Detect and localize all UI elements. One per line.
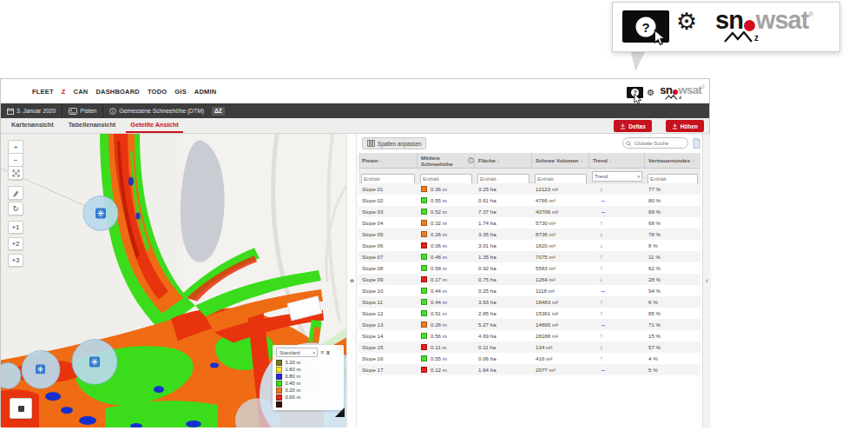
menu-item-z[interactable]: Z [62,88,66,96]
export-icon[interactable] [693,136,700,152]
menu-item-can[interactable]: CAN [74,88,89,96]
collapse-strip[interactable]: ‹ [702,134,711,427]
table-row[interactable]: Slope 13 0.28 m 5.27 ha 14895 m² → 71 % [358,319,700,330]
legend-item: 0.00 m [276,394,340,401]
column-header-vertrauensindex[interactable]: Vertrauensindex↕ [645,153,700,168]
trend-arrow-icon: ↑ [589,253,645,261]
table-row[interactable]: Slope 16 0.55 m 0.06 ha 416 m² ↑ 4 % [358,353,700,364]
depth-color-swatch [421,288,427,294]
cell-volume: 5730 m² [532,220,589,226]
tab-tabellenansicht[interactable]: Tabellenansicht [64,118,121,133]
cell-depth: 0.55 m [418,355,475,361]
cell-confidence: 71 % [645,321,700,328]
trend-arrow-icon: → [589,196,645,204]
column-header-schneehoehe[interactable]: Mittlere Schneehöhe? [418,153,475,168]
fit-extent-button[interactable] [8,166,23,180]
delta-z-button[interactable]: ΔZ [212,107,225,116]
depth-color-swatch [421,231,427,237]
cell-depth: 0.32 m [418,220,475,226]
hoehen-download-button[interactable]: Höhen [666,120,704,132]
rotate-button[interactable]: ↻ [8,202,23,215]
cell-confidence: 80 % [645,197,700,203]
pisten-selector[interactable]: Pisten [62,103,102,118]
view-tabbar: Kartenansicht Tabellenansicht Geteilte A… [1,118,709,134]
cell-confidence: 11 % [645,254,700,260]
menu-item-todo[interactable]: TODO [148,88,167,96]
legend-label: 3.20 m [286,360,301,365]
cell-confidence: 15 % [645,333,700,339]
split-divider[interactable]: ‹› [346,134,357,427]
column-help-icon[interactable]: ? [468,157,474,163]
cell-area: 0.06 ha [475,355,532,361]
cell-slope-name: Slope 06 [358,242,418,249]
cell-confidence: 6 % [645,299,700,305]
filter-trend-select[interactable]: Trend [592,171,642,182]
depth-color-swatch [421,310,427,316]
cell-confidence: 78 % [645,231,700,237]
legend-menu-icon[interactable]: ≡ [320,349,324,355]
global-search-input[interactable] [633,138,685,148]
table-row[interactable]: Slope 15 0.11 m 0.11 ha 134 m² ↓ 57 % [358,341,700,353]
legend-close-icon[interactable]: x [326,349,330,355]
layer-plus3-button[interactable]: +3 [8,254,23,267]
table-row[interactable]: Slope 08 0.58 m 0.92 ha 5583 m² ↑ 62 % [358,262,700,274]
logo-text-wsat: wsat [756,6,808,34]
table-row[interactable]: Slope 04 0.32 m 1.74 ha 5730 m² ↑ 68 % [358,217,700,229]
tab-kartenansicht[interactable]: Kartenansicht [7,118,58,133]
table-row[interactable]: Slope 07 0.48 m 1.35 ha 7075 m² ↑ 11 % [358,251,700,262]
date-selector[interactable]: 3. Januar 2020 [1,103,62,118]
trend-arrow-icon: → [589,208,645,215]
column-header-pisten[interactable]: Pisten↕ [358,153,418,168]
download-icon [620,123,626,129]
table-row[interactable]: Slope 17 0.12 m 1.64 ha 2077 m² → 5 % [358,364,700,375]
cell-slope-name: Slope 12 [358,310,418,316]
trend-arrow-icon: ↓ [589,275,645,283]
map-attribution-button[interactable] [10,398,32,419]
column-header-flaeche[interactable]: Fläche↕ [475,153,532,168]
column-header-volumen[interactable]: Schnee Volumen↕ [532,153,589,168]
legend-item [276,401,340,408]
map-resize-handle[interactable] [335,408,345,417]
table-row[interactable]: Slope 11 0.44 m 3.93 ha 18483 m² ↑ 6 % [358,296,700,308]
table-row[interactable]: Slope 03 0.52 m 7.37 ha 40706 m² → 69 % [358,206,700,217]
map-view[interactable]: + − ↻ +1 +2 +3 Standard ≡ [1,134,346,427]
column-header-trend[interactable]: Trend↕ [589,153,645,168]
draw-tool-button[interactable] [8,186,23,200]
menu-item-admin[interactable]: ADMIN [194,88,217,96]
legend-preset-select[interactable]: Standard [276,348,318,357]
menu-item-fleet[interactable]: FLEET [32,88,54,96]
depth-color-swatch [421,242,427,249]
gear-icon[interactable]: ⚙ [676,8,697,36]
table-row[interactable]: Slope 05 0.26 m 3.35 ha 8736 m² ↓ 78 % [358,229,700,240]
cell-depth: 0.11 m [418,344,475,350]
gear-icon[interactable]: ⚙ [647,88,654,97]
menu-item-gis[interactable]: GIS [174,88,187,96]
layer-plus1-button[interactable]: +1 [8,221,23,234]
tab-geteilte-ansicht[interactable]: Geteilte Ansicht [126,118,182,133]
table-row[interactable]: Slope 01 0.36 m 3.25 ha 12123 m² ↓ 77 % [358,183,700,195]
registered-mark: ® [701,84,705,89]
split-view: + − ↻ +1 +2 +3 Standard ≡ [1,134,709,427]
deltas-download-button[interactable]: Deltas [614,120,652,132]
zoom-in-button[interactable]: + [8,140,23,154]
table-row[interactable]: Slope 10 0.44 m 0.25 ha 1118 m² → 94 % [358,285,700,296]
cell-area: 3.93 ha [475,299,532,305]
layer-plus2-button[interactable]: +2 [8,237,23,250]
layer-selector[interactable]: Gemessene Schneehöhe (DTM) [103,103,210,118]
menu-item-dashboard[interactable]: DASHBOARD [95,88,140,96]
table-row[interactable]: Slope 12 0.51 m 2.85 ha 15361 m² ↑ 85 % [358,308,700,319]
help-button-large[interactable]: ? [622,10,669,43]
table-row[interactable]: Slope 14 0.56 m 4.69 ha 28188 m² ↑ 15 % [358,330,700,341]
table-row[interactable]: Slope 06 0.06 m 3.01 ha 1820 m² ↓ 8 % [358,240,700,251]
sort-icon: ↕ [497,158,500,163]
adjust-columns-button[interactable]: Spalten anpassen [362,137,426,149]
cell-slope-name: Slope 05 [358,231,418,237]
brush-icon [11,189,20,197]
table-row[interactable]: Slope 02 0.55 m 0.61 ha 4766 m² → 80 % [358,195,700,206]
table-row[interactable]: Slope 09 0.17 m 0.75 ha 1264 m² ↓ 28 % [358,274,700,285]
cell-area: 2.85 ha [475,310,532,316]
trend-arrow-icon: ↓ [589,230,645,238]
search-icon [626,141,632,147]
cell-volume: 2077 m² [532,367,589,373]
zoom-out-button[interactable]: − [8,153,23,167]
